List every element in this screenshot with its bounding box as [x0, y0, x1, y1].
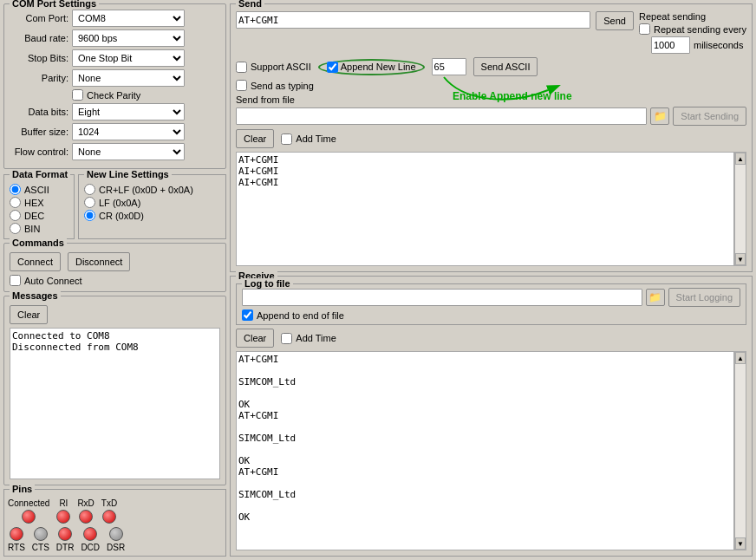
- pin-cts-label: CTS: [32, 543, 49, 552]
- check-parity-checkbox[interactable]: [72, 89, 83, 101]
- df-hex-radio[interactable]: [10, 197, 21, 208]
- check-parity-label: Check Parity: [87, 90, 140, 101]
- data-bits-select[interactable]: Eight: [72, 103, 185, 120]
- send-file-browse-button[interactable]: 📁: [650, 107, 669, 125]
- connect-button[interactable]: Connect: [10, 252, 61, 271]
- pin-rts-led: [10, 527, 23, 541]
- pin-dtr-label: DTR: [56, 543, 75, 552]
- log-file-path-input[interactable]: [242, 289, 642, 306]
- append-new-line-checkbox[interactable]: [327, 62, 338, 73]
- flow-control-label: Flow control:: [10, 147, 68, 157]
- send-vscroll[interactable]: ▲ ▼: [734, 152, 746, 266]
- disconnect-button[interactable]: Disconnect: [68, 252, 130, 271]
- append-to-end-label: Append to end of file: [257, 310, 344, 321]
- repeat-sending-label: Repeat sending every: [654, 24, 746, 35]
- pin-txd-label: TxD: [101, 498, 117, 508]
- support-ascii-checkbox[interactable]: [236, 62, 247, 73]
- repeat-ms-input[interactable]: [651, 36, 690, 54]
- pin-cts-led: [34, 527, 48, 541]
- send-button[interactable]: Send: [596, 11, 634, 30]
- send-file-path-input[interactable]: [236, 107, 647, 125]
- stop-bits-select[interactable]: One Stop Bit: [72, 49, 185, 67]
- baud-rate-select[interactable]: 9600 bps: [72, 29, 185, 47]
- receive-textarea: AT+CGMI SIMCOM_Ltd OK AT+CGMI SIMCOM_Ltd…: [236, 351, 734, 550]
- df-ascii-label: ASCII: [24, 185, 49, 195]
- flow-control-select[interactable]: None: [72, 143, 185, 160]
- buffer-size-label: Buffer size:: [10, 127, 68, 137]
- baud-rate-label: Baud rate:: [10, 33, 68, 43]
- pin-dcd-label: DCD: [81, 543, 100, 552]
- ascii-num-input[interactable]: [432, 58, 466, 75]
- data-format-title: Data Format: [10, 169, 70, 179]
- com-port-select[interactable]: COM8: [72, 10, 185, 27]
- send-scroll-down-btn[interactable]: ▼: [735, 253, 746, 265]
- send-clear-button[interactable]: Clear: [236, 129, 274, 148]
- messages-content: Connected to COM8Disconnected from COM8: [12, 330, 218, 353]
- messages-area: Connected to COM8Disconnected from COM8: [10, 328, 220, 479]
- data-bits-label: Data bits:: [10, 107, 68, 117]
- send-as-typing-label: Send as typing: [251, 81, 314, 91]
- buffer-size-select[interactable]: 1024: [72, 123, 185, 140]
- nl-cr-radio[interactable]: [84, 210, 95, 221]
- pin-connected-label: Connected: [8, 498, 49, 508]
- nl-lf-label: LF (0x0A): [99, 198, 140, 208]
- start-logging-button[interactable]: Start Logging: [668, 288, 740, 307]
- pin-dsr-led: [109, 527, 123, 541]
- log-file-browse-button[interactable]: 📁: [646, 289, 665, 306]
- nl-lf-radio[interactable]: [84, 197, 95, 208]
- repeat-sending-checkbox[interactable]: [639, 23, 650, 35]
- nl-crlf-radio[interactable]: [84, 184, 95, 195]
- df-ascii-radio[interactable]: [10, 184, 21, 195]
- send-add-time-checkbox[interactable]: [281, 133, 292, 145]
- support-ascii-label: Support ASCII: [251, 62, 311, 72]
- pin-rxd-led: [79, 510, 93, 524]
- receive-clear-button[interactable]: Clear: [236, 329, 274, 348]
- parity-select[interactable]: None: [72, 69, 185, 87]
- messages-title: Messages: [10, 290, 61, 301]
- send-ascii-button[interactable]: Send ASCII: [473, 57, 538, 76]
- com-port-label: Com Port:: [10, 13, 68, 23]
- send-title: Send: [236, 0, 264, 9]
- df-bin-radio[interactable]: [10, 223, 21, 234]
- newline-title: New Line Settings: [84, 169, 172, 179]
- send-add-time-label: Add Time: [296, 133, 336, 144]
- pin-dsr-label: DSR: [107, 543, 125, 552]
- pin-txd-led: [102, 510, 116, 524]
- pin-rts-label: RTS: [8, 543, 25, 552]
- df-hex-label: HEX: [24, 198, 44, 208]
- receive-scroll-up-btn[interactable]: ▲: [735, 352, 746, 364]
- log-to-file-title: Log to file: [242, 278, 293, 289]
- receive-add-time-checkbox[interactable]: [281, 333, 292, 344]
- nl-cr-label: CR (0x0D): [99, 211, 144, 221]
- auto-connect-checkbox[interactable]: [10, 275, 21, 286]
- receive-scroll-down-btn[interactable]: ▼: [735, 537, 746, 550]
- df-bin-label: BIN: [24, 224, 40, 234]
- pin-ri-led: [56, 510, 70, 524]
- append-to-end-checkbox[interactable]: [242, 309, 253, 321]
- start-sending-button[interactable]: Start Sending: [673, 107, 746, 126]
- receive-scroll-track: [735, 364, 746, 537]
- send-input[interactable]: [236, 11, 590, 29]
- send-scroll-track: [735, 165, 746, 253]
- clear-messages-button[interactable]: Clear: [10, 305, 48, 324]
- df-dec-label: DEC: [24, 211, 44, 221]
- append-new-line-container: Append New Line: [318, 59, 425, 75]
- auto-connect-label: Auto Connect: [24, 276, 82, 286]
- send-scroll-up-btn[interactable]: ▲: [735, 153, 746, 165]
- send-as-typing-checkbox[interactable]: [236, 80, 247, 91]
- pins-title: Pins: [10, 484, 35, 494]
- df-dec-radio[interactable]: [10, 210, 21, 221]
- parity-label: Parity:: [10, 73, 68, 83]
- com-port-title: COM Port Settings: [10, 0, 99, 9]
- pin-dcd-led: [83, 527, 97, 541]
- pin-dtr-led: [58, 527, 72, 541]
- stop-bits-label: Stop Bits:: [10, 53, 68, 63]
- send-textarea[interactable]: AT+CGMI AI+CGMI AI+CGMI: [236, 152, 734, 266]
- receive-add-time-label: Add Time: [296, 333, 336, 343]
- pin-connected-led: [22, 510, 36, 524]
- repeat-sending-title: Repeat sending: [639, 11, 746, 22]
- receive-vscroll[interactable]: ▲ ▼: [734, 351, 746, 550]
- nl-crlf-label: CR+LF (0x0D + 0x0A): [99, 185, 193, 195]
- append-new-line-label: Append New Line: [341, 62, 416, 72]
- milliseconds-label: miliseconds: [694, 40, 743, 50]
